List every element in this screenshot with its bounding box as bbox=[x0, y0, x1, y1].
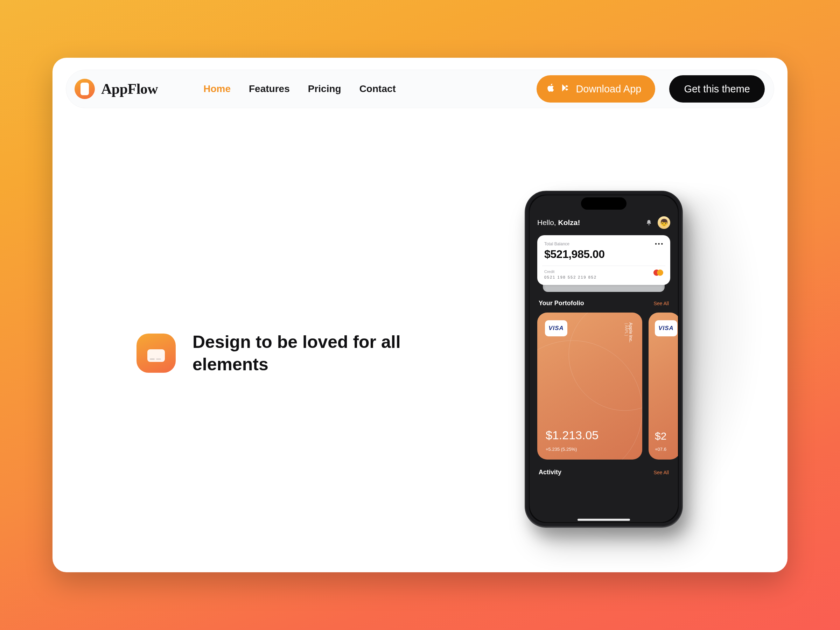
page-card: AppFlow Home Features Pricing Contact Do… bbox=[52, 58, 788, 572]
hero-block: Design to be loved for all elements bbox=[136, 331, 409, 376]
nav-link-home[interactable]: Home bbox=[203, 83, 231, 95]
credit-label: Credit bbox=[544, 270, 597, 274]
portfolio-amount: $2 bbox=[655, 430, 666, 442]
activity-title: Activity bbox=[538, 469, 561, 476]
brand-name: AppFlow bbox=[101, 81, 158, 97]
nav-link-contact[interactable]: Contact bbox=[360, 83, 396, 95]
download-app-button[interactable]: Download App bbox=[537, 75, 655, 103]
portfolio-amount: $1.213.05 bbox=[546, 428, 598, 442]
greeting-name: Kolza! bbox=[558, 218, 580, 226]
portfolio-section-header: Your Portofolio See All bbox=[538, 300, 669, 307]
brand-logo[interactable]: AppFlow bbox=[74, 79, 158, 99]
balance-card[interactable]: Total Balance ••• $521,985.00 Credit 052… bbox=[537, 235, 670, 285]
google-play-icon bbox=[561, 83, 570, 95]
phone-icon bbox=[81, 83, 89, 95]
balance-amount: $521,985.00 bbox=[544, 248, 663, 261]
nav-link-pricing[interactable]: Pricing bbox=[308, 83, 341, 95]
logo-icon bbox=[74, 79, 95, 99]
avatar[interactable]: 👦 bbox=[658, 216, 670, 229]
get-theme-button[interactable]: Get this theme bbox=[669, 75, 765, 103]
app-header: Hello, Kolza! 👦 bbox=[537, 216, 670, 229]
phone-mockup: Hello, Kolza! 👦 Total Balance ••• $521,9… bbox=[525, 191, 682, 527]
activity-section-header: Activity See All bbox=[538, 469, 669, 476]
portfolio-change: +5.235 (5.25%) bbox=[546, 447, 577, 452]
portfolio-ticker: Apple Inc. ( AAPL ) bbox=[624, 322, 633, 342]
download-app-label: Download App bbox=[576, 83, 641, 95]
greeting-prefix: Hello, bbox=[537, 218, 558, 226]
home-indicator bbox=[578, 519, 630, 521]
app-screen: Hello, Kolza! 👦 Total Balance ••• $521,9… bbox=[529, 195, 678, 522]
hero-headline: Design to be loved for all elements bbox=[193, 331, 409, 376]
phone-notch bbox=[581, 197, 627, 210]
balance-label: Total Balance bbox=[544, 242, 663, 246]
portfolio-card-partial[interactable]: VISA $2 +07.6 bbox=[649, 313, 678, 459]
visa-label: VISA bbox=[658, 325, 674, 332]
visa-label: VISA bbox=[548, 325, 564, 332]
navbar: AppFlow Home Features Pricing Contact Do… bbox=[66, 69, 774, 108]
credit-card-icon bbox=[147, 349, 165, 362]
company-name: Apple Inc. bbox=[628, 322, 633, 342]
apple-icon bbox=[546, 83, 556, 96]
nav-link-features[interactable]: Features bbox=[249, 83, 290, 95]
visa-badge: VISA bbox=[655, 320, 677, 336]
more-icon[interactable]: ••• bbox=[655, 241, 664, 247]
mastercard-icon bbox=[654, 270, 663, 276]
portfolio-change: +07.6 bbox=[655, 447, 666, 452]
portfolio-title: Your Portofolio bbox=[538, 300, 584, 307]
ticker-symbol: ( AAPL ) bbox=[624, 323, 628, 342]
hero-icon bbox=[136, 333, 176, 373]
portfolio-card[interactable]: VISA Apple Inc. ( AAPL ) $1.213.05 +5.23… bbox=[537, 313, 642, 459]
get-theme-label: Get this theme bbox=[684, 83, 750, 95]
portfolio-list: VISA Apple Inc. ( AAPL ) $1.213.05 +5.23… bbox=[537, 313, 670, 459]
activity-see-all[interactable]: See All bbox=[654, 470, 669, 475]
bell-icon[interactable] bbox=[646, 219, 652, 226]
nav-links: Home Features Pricing Contact bbox=[203, 83, 396, 95]
visa-badge: VISA bbox=[545, 320, 567, 336]
greeting: Hello, Kolza! bbox=[537, 218, 580, 227]
card-number: 0521 198 552 219 852 bbox=[544, 275, 597, 279]
portfolio-see-all[interactable]: See All bbox=[654, 301, 669, 306]
